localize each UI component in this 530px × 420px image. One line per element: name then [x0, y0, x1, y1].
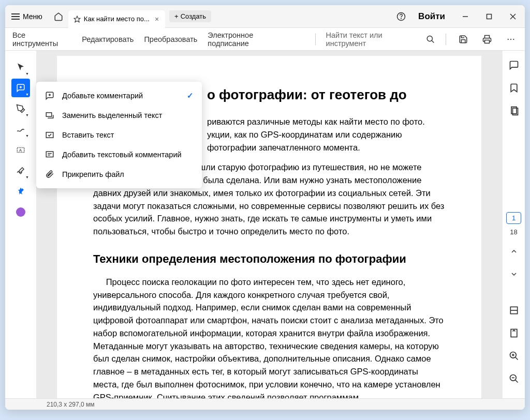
fit-page-button[interactable] — [507, 326, 521, 340]
minimize-button[interactable] — [453, 5, 477, 28]
zoom-out-button[interactable] — [507, 371, 521, 386]
color-dot-icon — [16, 207, 25, 217]
page-dimensions: 210,3 x 297,0 мм — [47, 401, 95, 408]
home-button[interactable] — [49, 8, 68, 25]
dropdown-label: Прикрепить файл — [62, 170, 124, 178]
insert-text-icon — [45, 130, 55, 140]
toolbar-esign[interactable]: Электронное подписание — [208, 31, 294, 48]
fit-width-icon — [509, 305, 519, 316]
document-tab[interactable]: Как найти место по... × — [68, 10, 165, 28]
hamburger-icon — [11, 13, 20, 20]
caret-icon: ▼ — [25, 113, 29, 117]
toolbar-convert[interactable]: Преобразовать — [144, 35, 197, 43]
statusbar: 210,3 x 297,0 мм — [5, 398, 525, 410]
draw-tool[interactable]: ▼ — [11, 120, 30, 139]
maximize-button[interactable] — [477, 5, 501, 28]
svg-point-11 — [510, 38, 511, 39]
textbox-tool[interactable]: A — [11, 141, 30, 159]
caret-icon: ▼ — [25, 134, 29, 138]
new-tab-label: Создать — [181, 12, 206, 20]
replace-text-icon — [45, 111, 55, 120]
svg-point-2 — [401, 18, 402, 19]
svg-rect-4 — [487, 14, 492, 19]
separator — [315, 34, 316, 45]
svg-line-8 — [432, 40, 434, 42]
color-picker[interactable] — [11, 203, 30, 221]
comment-icon — [16, 83, 25, 93]
current-page[interactable]: 1 — [506, 212, 521, 224]
comments-panel-button[interactable] — [507, 58, 521, 72]
page-up-button[interactable] — [507, 244, 521, 259]
page-down-button[interactable] — [507, 267, 521, 281]
more-button[interactable] — [504, 33, 518, 46]
pages-button[interactable] — [507, 103, 521, 118]
maximize-icon — [486, 13, 492, 20]
search-box[interactable]: Найти текст или инструмент — [326, 31, 435, 48]
toolbar-edit[interactable]: Редактировать — [82, 35, 134, 43]
highlight-tool[interactable]: ▼ — [11, 99, 30, 118]
print-icon — [482, 35, 492, 44]
titlebar: Меню Как найти место по... × + Создать В… — [5, 5, 525, 28]
pin-tool[interactable] — [11, 182, 30, 201]
zoom-in-icon — [509, 351, 519, 361]
fit-page-icon — [509, 328, 519, 338]
sign-tool[interactable]: ▼ — [11, 161, 30, 180]
print-button[interactable] — [480, 33, 494, 46]
help-icon — [396, 12, 406, 21]
dropdown-add-comment[interactable]: Добавьте комментарий ✓ — [36, 86, 202, 106]
cursor-icon — [16, 63, 25, 72]
menu-button[interactable]: Меню — [5, 8, 49, 25]
star-icon — [73, 16, 81, 23]
dropdown-add-text-comment[interactable]: Добавить текстовый комментарий — [36, 145, 202, 164]
comment-plus-icon — [45, 91, 55, 100]
svg-point-7 — [428, 36, 433, 41]
dropdown-label: Вставить текст — [62, 131, 114, 139]
select-tool[interactable]: ▼ — [11, 58, 30, 77]
check-icon: ✓ — [187, 92, 194, 100]
dropdown-replace-text[interactable]: Заменить выделенный текст — [36, 106, 202, 125]
toolbar: Все инструменты Редактировать Преобразов… — [5, 28, 525, 51]
zoom-out-icon — [509, 373, 519, 384]
bookmark-icon — [509, 83, 519, 93]
login-button[interactable]: Войти — [410, 11, 453, 22]
close-button[interactable] — [501, 5, 525, 28]
comment-tool[interactable]: ▼ — [11, 79, 30, 97]
svg-text:A: A — [19, 148, 22, 153]
comment-dropdown: Добавьте комментарий ✓ Заменить выделенн… — [36, 82, 202, 188]
svg-rect-19 — [46, 113, 52, 117]
pin-icon — [16, 187, 25, 196]
svg-rect-20 — [46, 132, 53, 138]
new-tab-button[interactable]: + Создать — [169, 10, 211, 22]
chat-icon — [509, 60, 519, 70]
caret-icon: ▼ — [25, 93, 29, 96]
left-toolbar: ▼ ▼ ▼ ▼ A ▼ — [5, 51, 36, 398]
help-button[interactable] — [392, 8, 410, 25]
svg-marker-0 — [74, 16, 80, 22]
sign-icon — [16, 166, 25, 175]
highlight-icon — [16, 104, 25, 113]
toolbar-all-tools[interactable]: Все инструменты — [12, 31, 71, 48]
attach-icon — [45, 170, 55, 179]
zoom-in-button[interactable] — [507, 349, 521, 363]
close-icon — [510, 13, 516, 20]
separator — [446, 34, 446, 45]
right-toolbar: 1 18 — [502, 51, 525, 398]
dropdown-attach-file[interactable]: Прикрепить файл — [36, 164, 202, 184]
home-icon — [54, 12, 63, 21]
minimize-icon — [462, 13, 468, 20]
more-icon — [506, 35, 516, 44]
svg-line-34 — [515, 380, 518, 383]
menu-label: Меню — [23, 12, 42, 21]
doc-paragraph: Процесс поиска геолокации по фото интере… — [93, 276, 445, 398]
app-window: Меню Как найти место по... × + Создать В… — [5, 5, 525, 410]
svg-rect-21 — [46, 152, 53, 157]
tab-close-button[interactable]: × — [153, 14, 161, 24]
fit-width-button[interactable] — [507, 303, 521, 318]
dropdown-insert-text[interactable]: Вставить текст — [36, 125, 202, 145]
search-icon — [426, 35, 435, 44]
bookmarks-button[interactable] — [507, 81, 521, 95]
plus-icon: + — [174, 12, 179, 20]
save-button[interactable] — [457, 33, 470, 46]
save-icon — [459, 35, 468, 44]
search-placeholder: Найти текст или инструмент — [326, 31, 422, 48]
